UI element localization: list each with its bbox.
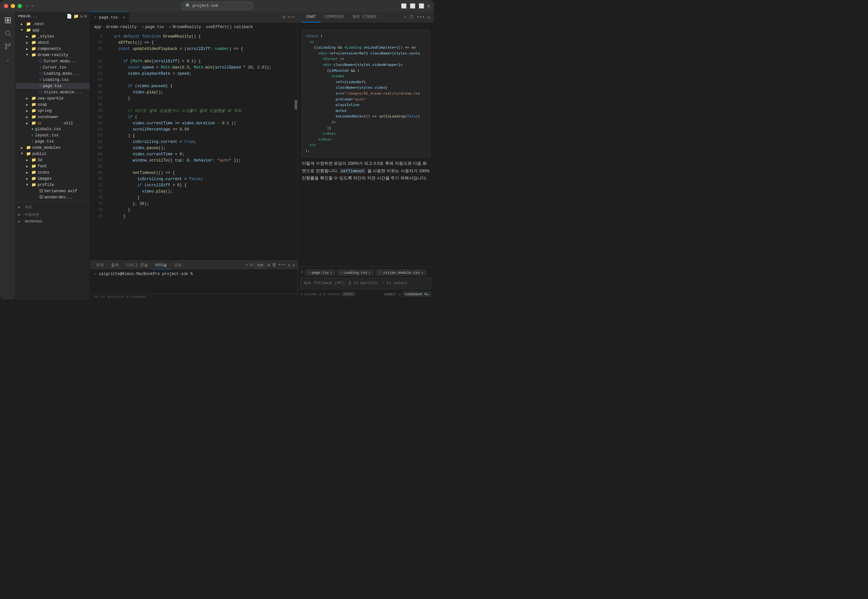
breadcrumb-useeffect[interactable]: useEffect() callback [206,25,253,29]
tab-label: page.tsx [99,15,118,20]
chat-tag-page-tsx-icon: ⚛ [308,271,310,275]
terminal-split-icon[interactable]: ⊟ [250,263,252,268]
tree-item-profile[interactable]: ▼ 📁 profile [16,182,90,188]
layout-icon[interactable]: ⬜ [410,3,415,9]
tree-item-page-tsx-root[interactable]: ⚛ page.tsx [16,138,90,144]
terminal-tab-terminal[interactable]: 터미널 [152,261,170,269]
refresh-icon[interactable]: ↻ [80,14,83,19]
settings-icon[interactable]: ⚙ [427,3,430,9]
submit-codebase-button[interactable]: codebase ⌘↵ [402,291,432,297]
tree-item-spring[interactable]: ▶ 📁 spring [16,108,90,114]
extensions-chevron[interactable] [2,55,14,66]
new-folder-icon[interactable]: 📁 [74,14,79,19]
tree-item-next[interactable]: ▶ 📁 .next [16,21,90,27]
code-editor[interactable]: 8 23 35 51 52 53 54 55 56 57 58 59 60 [90,31,297,260]
tree-item-public[interactable]: ▼ 📁 public [16,151,90,157]
tree-item-layout-tsx[interactable]: ⚛ layout.tsx [16,132,90,138]
explorer-icon[interactable] [2,14,14,26]
tree-item-node-modules[interactable]: ▶ 📁 node_modules [16,144,90,151]
terminal-maximize-icon[interactable]: ∧ [288,263,290,268]
tree-item-components[interactable]: ▶ 📁 components [16,46,90,52]
tree-item-sunshower[interactable]: ▶ 📁 sunshower [16,114,90,120]
tree-item-styles-module[interactable]: ⬡ styles.module... [16,89,90,95]
tree-item-cursor-module[interactable]: ⬡ Cursor.modu... [16,58,90,64]
chat-tag-page-tsx-close[interactable]: ✕ [330,271,332,275]
tree-item-herianseo[interactable]: 🖼 herianseo.avif [16,188,90,194]
terminal-add-icon[interactable]: + [246,263,248,268]
sidebar-left-icon[interactable]: ⬜ [401,3,406,9]
tab-page-tsx[interactable]: ⚛ page.tsx ✕ [90,12,129,23]
chat-close-icon[interactable]: ✕ [427,15,430,20]
split-editor-icon[interactable]: ⊡ [283,15,285,20]
submit-return-icon: ↵ [399,292,401,296]
more-actions-icon[interactable]: ••• [287,15,295,20]
tree-item-loading-tsx[interactable]: ⚛ Loading.tsx [16,77,90,83]
breadcrumb-dream-reality[interactable]: dream-reality [106,25,137,29]
tree-item-images[interactable]: ▶ 📁 images [16,176,90,182]
terminal-tab-output[interactable]: 출력 [108,261,122,269]
chat-tab-bug-finder[interactable]: BUG FINDER [348,12,381,23]
chat-history-icon[interactable]: ⏱ [409,15,414,20]
terminal-content[interactable]: ○ zalgritte@Kimui-MacBookPro project-sok… [90,270,297,293]
chat-tag-styles-module[interactable]: ⬡ styles.module.css ✕ [376,269,426,276]
terminal-more-icon[interactable]: ••• [278,263,286,268]
tree-item-soap[interactable]: ▶ 📁 soap [16,101,90,108]
tree-item-font[interactable]: ▶ 📁 font [16,163,90,169]
terminal-split2-icon[interactable]: ⊞ [267,263,270,268]
tab-close-button[interactable]: ✕ [123,15,125,20]
tree-item-globals-css[interactable]: ● globals.css [16,126,90,132]
tree-item-cursor-tsx[interactable]: ⚛ Cursor.tsx [16,64,90,71]
nav-back-button[interactable]: ‹ [26,3,29,9]
terminal-actions: + ⊟ zsh ⊞ 🗑 ••• ∧ ✕ [246,263,295,268]
tree-item-loading-module[interactable]: ⬡ Loading.modu... [16,71,90,77]
tree-item-3d[interactable]: ▶ 📁 3d [16,157,90,163]
chat-tag-add-button[interactable]: + [300,269,303,276]
collapse-all-icon[interactable]: ⊟ [84,14,87,19]
tree-item-icons[interactable]: ▶ 📁 icons [16,169,90,176]
search-activity-icon[interactable] [2,27,14,39]
terminal-close-icon[interactable]: ✕ [292,263,295,268]
tree-item-wonderdev[interactable]: 🖼 wonderdev... [16,194,90,200]
timeline-section[interactable]: ▶ 타임라인 [16,211,90,218]
chat-tag-styles-close[interactable]: ✕ [421,271,424,275]
chat-tab-chat[interactable]: CHAT [302,12,320,23]
tree-item-page-tsx-active[interactable]: ⚛ page.tsx [16,83,90,89]
source-control-icon[interactable] [2,41,14,52]
chat-tag-loading-close[interactable]: ✕ [369,271,371,275]
terminal-delete-icon[interactable]: 🗑 [272,263,276,268]
chat-add-icon[interactable]: + [404,15,406,20]
chat-model-selector[interactable]: ▾ claude-3.5-sonnet image [300,292,355,296]
chat-input[interactable] [304,281,428,285]
code-content[interactable]: urt default function DreamReality() { eE… [106,31,297,260]
tree-item-dream-reality[interactable]: ▼ 📁 dream-reality [16,52,90,58]
chat-input-area[interactable] [300,278,432,289]
chat-footer-bar: ▾ claude-3.5-sonnet image submit ↵ codeb… [300,291,432,297]
terminal-tab-ports[interactable]: 포트 [171,261,185,269]
chat-tab-composer[interactable]: COMPOSER [320,12,349,23]
tree-item-sea-sparkle[interactable]: ▶ 📁 sea-sparkle [16,95,90,101]
notepads-section[interactable]: ▶ NOTEPADS [16,218,90,225]
tree-item-about[interactable]: ▶ 📁 about [16,39,90,46]
outline-section[interactable]: ▶ 개요 [16,203,90,211]
terminal-shell-label: zsh [254,263,266,268]
tree-item-app[interactable]: ▼ 📁 app [16,27,90,33]
chat-tag-loading-tsx[interactable]: ⚛ Loading.tsx ✕ [337,269,374,276]
new-file-icon[interactable]: 📄 [66,14,72,19]
chat-more-icon[interactable]: ••• [417,15,424,20]
tree-item-styles[interactable]: ▶ 📁 _styles [16,33,90,39]
chat-tag-page-tsx[interactable]: ⚛ page.tsx ✕ [305,269,335,276]
terminal-tab-debug[interactable]: 디버그 콘솔 [123,261,151,269]
breadcrumb-page-tsx[interactable]: page.tsx [145,25,164,29]
search-bar[interactable]: 🔍 project-sok [181,2,253,10]
terminal-tab-problems[interactable]: 문제 [93,261,107,269]
nav-forward-button[interactable]: › [31,3,34,9]
breadcrumb-app[interactable]: app [94,25,101,29]
sidebar-right-icon[interactable]: ⬜ [419,3,424,9]
editor-scrollbar[interactable] [294,31,297,260]
maximize-button[interactable] [18,4,22,8]
minimize-button[interactable] [11,4,15,8]
close-button[interactable] [4,4,8,8]
tree-item-util[interactable]: ▶ 📁 🗂 util [16,120,90,126]
breadcrumb-dream-reality-fn[interactable]: DreamReality [173,25,201,29]
chat-submit-area: submit ↵ codebase ⌘↵ [383,291,432,297]
